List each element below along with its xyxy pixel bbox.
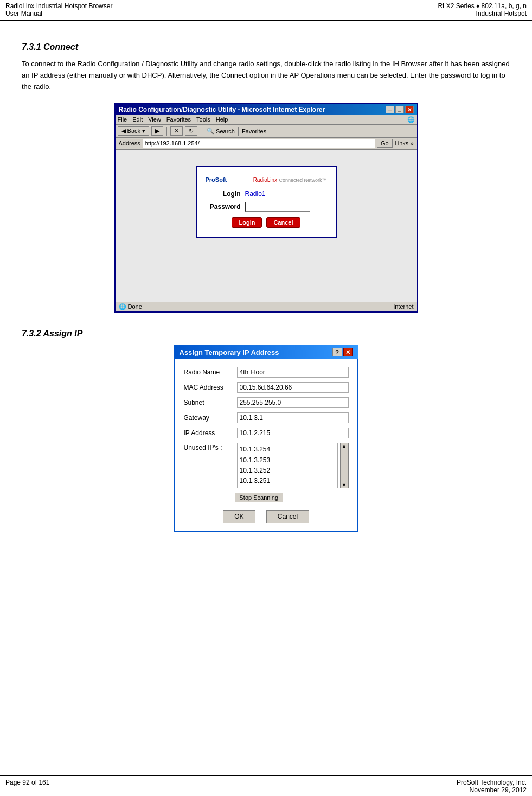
- menu-edit[interactable]: Edit: [132, 116, 143, 123]
- ip-address-row: IP Address: [184, 428, 349, 438]
- section-731-title: 7.3.1 Connect: [22, 42, 510, 52]
- assign-ip-dialog: Assign Temporary IP Address ? ✕ Radio Na…: [174, 345, 358, 532]
- ie-browser-window: Radio Configuration/Diagnostic Utility -…: [114, 103, 418, 313]
- page-footer: Page 92 of 161 ProSoft Technology, Inc. …: [0, 775, 532, 796]
- address-input[interactable]: [143, 139, 375, 148]
- search-area: 🔍 Search: [207, 128, 235, 135]
- ie-window-title: Radio Configuration/Diagnostic Utility -…: [119, 106, 325, 113]
- footer-right: ProSoft Technology, Inc. November 29, 20…: [457, 779, 527, 794]
- forward-button[interactable]: ▶: [151, 126, 163, 136]
- status-icon: 🌐: [119, 303, 126, 310]
- ie-minimize-btn[interactable]: ─: [386, 106, 394, 113]
- login-button[interactable]: Login: [232, 217, 262, 228]
- login-buttons: Login Cancel: [206, 217, 327, 228]
- search-label[interactable]: Search: [216, 128, 235, 135]
- dialog-title: Assign Temporary IP Address: [180, 348, 279, 356]
- mac-address-label: MAC Address: [184, 384, 233, 391]
- menu-tools[interactable]: Tools: [196, 116, 210, 123]
- header-document: User Manual: [5, 10, 112, 17]
- ie-logo-icon: 🌐: [407, 116, 415, 123]
- radio-name-input[interactable]: [237, 367, 349, 378]
- dialog-titlebar-buttons: ? ✕: [332, 348, 353, 356]
- menu-view[interactable]: View: [148, 116, 161, 123]
- dialog-titlebar: Assign Temporary IP Address ? ✕: [174, 345, 358, 359]
- dialog-body: Radio Name MAC Address Subnet Gateway IP…: [174, 359, 358, 532]
- footer-page: Page 92 of 161: [5, 779, 49, 794]
- subnet-label: Subnet: [184, 399, 233, 406]
- radio-name-row: Radio Name: [184, 367, 349, 378]
- ie-statusbar: 🌐 Done Internet: [116, 302, 417, 311]
- unused-ips-label: Unused IP's :: [184, 443, 233, 451]
- favorites-toolbar-label[interactable]: Favorites: [242, 128, 266, 135]
- footer-date: November 29, 2012: [457, 786, 527, 794]
- tagline-label: Connected Network™: [279, 177, 326, 183]
- search-icon: 🔍: [207, 128, 214, 135]
- login-dialog-header: ProSoft RadioLinx Connected Network™: [206, 176, 327, 183]
- list-item[interactable]: 10.1.3.254: [240, 444, 335, 455]
- header-type: Industrial Hotspot: [438, 10, 527, 17]
- go-button[interactable]: Go: [377, 139, 393, 148]
- listbox-scrollbar[interactable]: ▲ ▼: [340, 443, 349, 488]
- status-done: 🌐 Done: [119, 303, 142, 310]
- login-field-row: Login Radio1: [206, 190, 327, 198]
- ie-close-btn[interactable]: ✕: [405, 106, 414, 113]
- status-internet: Internet: [393, 303, 413, 310]
- unused-ips-row: Unused IP's : 10.1.3.254 10.1.3.253 10.1…: [184, 443, 349, 488]
- password-label: Password: [206, 203, 241, 211]
- list-item[interactable]: 10.1.3.251: [240, 476, 335, 486]
- ie-content-area: ProSoft RadioLinx Connected Network™ Log…: [116, 150, 417, 302]
- address-label: Address: [119, 140, 140, 147]
- back-button[interactable]: ◀ Back ▾: [118, 126, 150, 136]
- footer-company: ProSoft Technology, Inc.: [457, 779, 527, 786]
- status-text: Done: [128, 303, 142, 310]
- page-header: RadioLinx Industrial Hotspot Browser Use…: [0, 0, 532, 21]
- mac-address-input[interactable]: [237, 382, 349, 393]
- header-left: RadioLinx Industrial Hotspot Browser Use…: [5, 2, 112, 17]
- stop-button[interactable]: ✕: [170, 126, 183, 136]
- toolbar-separator-2: [201, 127, 201, 136]
- main-content: 7.3.1 Connect To connect to the Radio Co…: [0, 21, 532, 581]
- header-series: RLX2 Series ♦ 802.11a, b, g, n: [438, 2, 527, 10]
- ie-titlebar: Radio Configuration/Diagnostic Utility -…: [116, 104, 417, 115]
- ok-button[interactable]: OK: [223, 510, 255, 523]
- section-732-title: 7.3.2 Assign IP: [22, 329, 510, 339]
- menu-help[interactable]: Help: [216, 116, 228, 123]
- prosoft-logo: ProSoft: [206, 176, 227, 183]
- radiolinx-branding: RadioLinx Connected Network™: [253, 176, 327, 183]
- ip-address-input[interactable]: [237, 428, 349, 438]
- ie-maximize-btn[interactable]: □: [395, 106, 404, 113]
- list-item[interactable]: 10.1.3.252: [240, 466, 335, 476]
- radiolinx-label: RadioLinx: [253, 177, 277, 183]
- ip-address-label: IP Address: [184, 429, 233, 437]
- subnet-row: Subnet: [184, 397, 349, 408]
- password-field-row: Password: [206, 202, 327, 212]
- menu-file[interactable]: File: [118, 116, 127, 123]
- unused-ips-listbox[interactable]: 10.1.3.254 10.1.3.253 10.1.3.252 10.1.3.…: [237, 443, 338, 488]
- unused-ips-area: 10.1.3.254 10.1.3.253 10.1.3.252 10.1.3.…: [237, 443, 349, 488]
- ie-toolbar: ◀ Back ▾ ▶ ✕ ↻ 🔍 Search Favorites: [116, 125, 417, 138]
- scroll-down-btn[interactable]: ▼: [341, 482, 348, 488]
- dialog-help-btn[interactable]: ?: [332, 348, 342, 356]
- toolbar-separator: [166, 127, 167, 136]
- login-dialog: ProSoft RadioLinx Connected Network™ Log…: [196, 166, 337, 238]
- list-item[interactable]: 10.1.3.250: [240, 486, 335, 488]
- ie-titlebar-buttons: ─ □ ✕: [386, 106, 414, 113]
- header-right: RLX2 Series ♦ 802.11a, b, g, n Industria…: [438, 2, 527, 17]
- menu-favorites[interactable]: Favorites: [166, 116, 191, 123]
- cancel-button[interactable]: Cancel: [266, 510, 309, 523]
- login-cancel-button[interactable]: Cancel: [266, 217, 300, 228]
- login-label: Login: [206, 190, 241, 198]
- scroll-up-btn[interactable]: ▲: [341, 443, 348, 449]
- gateway-input[interactable]: [237, 412, 349, 423]
- stop-scanning-button[interactable]: Stop Scanning: [235, 493, 284, 502]
- subnet-input[interactable]: [237, 397, 349, 408]
- links-label: Links »: [395, 140, 414, 147]
- list-item[interactable]: 10.1.3.253: [240, 455, 335, 466]
- dialog-footer-buttons: OK Cancel: [184, 510, 349, 523]
- refresh-button[interactable]: ↻: [185, 126, 197, 136]
- dialog-close-btn[interactable]: ✕: [343, 348, 353, 356]
- password-input[interactable]: [245, 202, 310, 212]
- gateway-label: Gateway: [184, 414, 233, 422]
- prosoft-label: ProSoft: [206, 176, 227, 183]
- toolbar-separator-3: [238, 127, 239, 136]
